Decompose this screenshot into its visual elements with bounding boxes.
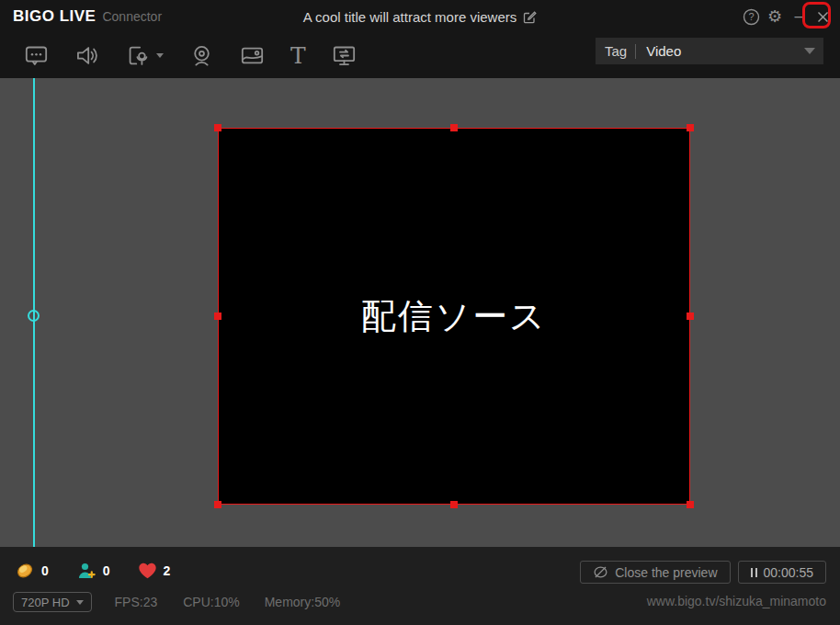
tag-dropdown-label: Tag <box>596 43 635 59</box>
text-icon[interactable]: T <box>278 33 319 78</box>
coin-icon <box>15 561 35 581</box>
stream-source-label: 配信ソース <box>361 293 547 340</box>
preview-canvas[interactable]: 配信ソース <box>0 78 840 547</box>
mobile-audio-caret-icon <box>156 53 164 58</box>
close-preview-label: Close the preview <box>615 565 717 580</box>
close-button[interactable] <box>811 0 834 33</box>
resize-handle-bottom-right[interactable] <box>687 501 694 508</box>
window-controls: ? ⚙ – <box>739 0 834 33</box>
speaker-icon[interactable] <box>62 33 112 78</box>
guide-line-handle[interactable] <box>28 310 40 322</box>
resize-handle-bottom-left[interactable] <box>214 501 221 508</box>
fps-readout: FPS:23 <box>115 595 158 609</box>
image-icon[interactable] <box>227 33 278 78</box>
heart-icon <box>138 562 157 580</box>
resize-handle-top-middle[interactable] <box>450 124 458 131</box>
resolution-caret-icon <box>76 600 84 605</box>
followers-count: 0 <box>103 563 110 578</box>
resolution-dropdown[interactable]: 720P HD <box>13 592 92 612</box>
memory-readout: Memory:50% <box>265 595 340 609</box>
tool-group: T <box>11 33 369 78</box>
beans-stat: 0 <box>15 561 49 581</box>
close-preview-button[interactable]: Close the preview <box>580 561 730 584</box>
resize-handle-top-right[interactable] <box>687 124 694 131</box>
stream-stats: 0 0 2 <box>15 560 170 582</box>
preview-controls: Close the preview 00:00:55 <box>580 561 826 584</box>
mobile-audio-icon[interactable] <box>112 33 176 78</box>
likes-count: 2 <box>164 563 171 578</box>
likes-stat: 2 <box>138 562 171 580</box>
beans-count: 0 <box>41 563 49 578</box>
resolution-value: 720P HD <box>21 596 70 609</box>
cpu-readout: CPU:10% <box>183 595 239 609</box>
resize-handle-bottom-middle[interactable] <box>450 501 458 508</box>
svg-text:?: ? <box>748 11 754 22</box>
timer-button[interactable]: 00:00:55 <box>738 561 827 584</box>
chat-icon[interactable] <box>11 33 62 78</box>
resize-handle-middle-left[interactable] <box>214 312 221 320</box>
timer-value: 00:00:55 <box>764 565 814 580</box>
stream-title-wrap: A cool title will attract more viewers <box>0 0 840 33</box>
footer-bar: 0 0 2 <box>0 547 840 625</box>
stream-url: www.bigo.tv/shizuka_minamoto <box>647 594 826 608</box>
tag-dropdown-value: Video <box>636 43 804 59</box>
pause-icon <box>751 568 757 577</box>
minimize-button[interactable]: – <box>787 0 811 33</box>
eye-off-icon <box>593 565 608 579</box>
followers-stat: 0 <box>76 561 110 581</box>
edit-title-icon[interactable] <box>523 10 537 24</box>
settings-gear-icon[interactable]: ⚙ <box>763 0 787 33</box>
stream-title: A cool title will attract more viewers <box>303 9 517 25</box>
performance-row: 720P HD FPS:23 CPU:10% Memory:50% <box>13 592 340 612</box>
tag-caret-icon <box>804 48 815 54</box>
screen-share-icon[interactable] <box>319 33 369 78</box>
bigo-live-connector-window: BIGO LIVE Connector A cool title will at… <box>0 0 840 625</box>
resize-handle-middle-right[interactable] <box>687 312 694 320</box>
tag-dropdown[interactable]: Tag Video <box>596 38 823 64</box>
toolbar: T Tag Video <box>0 33 840 78</box>
help-icon[interactable]: ? <box>739 0 763 33</box>
titlebar: BIGO LIVE Connector A cool title will at… <box>0 0 840 33</box>
stream-source-box[interactable]: 配信ソース <box>218 128 690 505</box>
webcam-icon[interactable] <box>176 33 227 78</box>
resize-handle-top-left[interactable] <box>214 124 221 131</box>
add-follower-icon <box>76 561 96 581</box>
